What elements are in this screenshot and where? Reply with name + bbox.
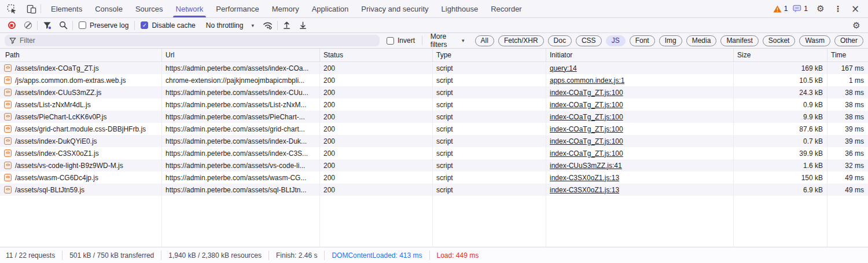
device-toolbar-icon[interactable] xyxy=(24,2,38,16)
chip-js[interactable]: JS xyxy=(606,35,626,46)
initiator-link[interactable]: index-COaTg_ZT.js:100 xyxy=(550,137,623,145)
cell-time: 167 ms xyxy=(827,62,868,74)
table-row[interactable]: /assets/vs-code-light-B9z9WD-M.js https:… xyxy=(0,159,868,171)
tab-elements[interactable]: Elements xyxy=(45,0,89,17)
clear-network-log-button[interactable] xyxy=(21,19,35,32)
table-row[interactable]: /assets/grid-chart.module.css-DBBjHFrb.j… xyxy=(0,123,868,135)
table-row[interactable]: /assets/index-CUuS3mZZ.js https://admin.… xyxy=(0,86,868,98)
inspect-element-icon[interactable] xyxy=(5,2,19,16)
column-header-url[interactable]: Url xyxy=(162,49,320,61)
filter-input[interactable] xyxy=(20,36,375,45)
cell-url: https://admin.peterbe.com/assets/PieChar… xyxy=(162,111,320,123)
chip-other[interactable]: Other xyxy=(834,35,863,46)
chip-media[interactable]: Media xyxy=(686,35,717,46)
network-settings-gear-icon[interactable]: ⚙ xyxy=(849,19,863,32)
export-har-icon[interactable] xyxy=(296,19,310,32)
table-row[interactable]: /assets/List-zNxMr4dL.js https://admin.p… xyxy=(0,98,868,111)
invert-checkbox[interactable]: Invert xyxy=(383,36,418,45)
chip-font[interactable]: Font xyxy=(630,35,655,46)
initiator-link[interactable]: index-COaTg_ZT.js:100 xyxy=(550,149,623,158)
filter-input-box[interactable] xyxy=(5,35,380,46)
initiator-link[interactable]: index-CUuS3mZZ.js:41 xyxy=(550,162,622,170)
initiator-link[interactable]: index-COaTg_ZT.js:100 xyxy=(550,125,623,133)
initiator-link[interactable]: apps.common.index.js:1 xyxy=(550,76,624,85)
table-row[interactable]: /assets/index-C3SX0oZ1.js https://admin.… xyxy=(0,147,868,159)
panel-tabs: ElementsConsoleSourcesNetworkPerformance… xyxy=(45,0,528,17)
chip-socket[interactable]: Socket xyxy=(763,35,796,46)
preserve-log-label: Preserve log xyxy=(90,21,128,30)
initiator-link[interactable]: index-C3SX0oZ1.js:13 xyxy=(550,174,619,182)
tab-recorder[interactable]: Recorder xyxy=(484,0,528,17)
initiator-link[interactable]: index-COaTg_ZT.js:100 xyxy=(550,89,623,97)
settings-gear-icon[interactable]: ⚙ xyxy=(814,2,827,16)
column-header-type[interactable]: Type xyxy=(433,49,546,61)
more-filters-dropdown[interactable]: More filters ▾ xyxy=(426,32,469,49)
column-header-status[interactable]: Status xyxy=(320,49,433,61)
chip-all[interactable]: All xyxy=(475,35,494,46)
column-header-path[interactable]: Path xyxy=(0,49,162,61)
throttling-select[interactable]: No throttling ▾ xyxy=(201,21,259,30)
initiator-link[interactable]: index-C3SX0oZ1.js:13 xyxy=(550,186,619,194)
cell-size: 0.9 kB xyxy=(734,98,827,111)
search-icon[interactable] xyxy=(56,19,70,32)
kebab-menu-icon[interactable]: ⋮ xyxy=(831,2,845,16)
tab-performance[interactable]: Performance xyxy=(209,0,265,17)
tab-network[interactable]: Network xyxy=(170,0,210,17)
initiator-link[interactable]: query:14 xyxy=(550,64,577,72)
table-row[interactable]: /assets/PieChart-LcKK6v0P.js https://adm… xyxy=(0,111,868,123)
chip-css[interactable]: CSS xyxy=(576,35,602,46)
chip-doc[interactable]: Doc xyxy=(548,35,572,46)
cell-type: script xyxy=(433,98,546,111)
cell-url: https://admin.peterbe.com/assets/vs-code… xyxy=(162,159,320,171)
disable-cache-checkbox[interactable]: Disable cache xyxy=(137,21,198,30)
tab-lighthouse[interactable]: Lighthouse xyxy=(435,0,485,17)
cell-path: /assets/List-zNxMr4dL.js xyxy=(0,98,162,111)
chip-manifest[interactable]: Manifest xyxy=(720,35,758,46)
column-header-size[interactable]: Size xyxy=(734,49,827,61)
cell-status: 200 xyxy=(320,62,433,74)
filter-toggle-icon[interactable] xyxy=(40,19,54,32)
tabbar-left-tools xyxy=(0,0,41,17)
cell-path: /assets/wasm-CG6Dc4jp.js xyxy=(0,171,162,184)
chip-img[interactable]: Img xyxy=(659,35,682,46)
table-row[interactable]: /assets/sql-BLtJtn59.js https://admin.pe… xyxy=(0,184,868,196)
chip-fetch-xhr[interactable]: Fetch/XHR xyxy=(498,35,544,46)
resource-type-chips: AllFetch/XHRDocCSSJSFontImgMediaManifest… xyxy=(475,35,863,46)
cell-size: 39.9 kB xyxy=(734,147,827,159)
chip-wasm[interactable]: Wasm xyxy=(799,35,830,46)
tab-privacy-and-security[interactable]: Privacy and security xyxy=(355,0,435,17)
tab-sources[interactable]: Sources xyxy=(129,0,170,17)
record-network-log-button[interactable] xyxy=(5,19,19,32)
tab-memory[interactable]: Memory xyxy=(266,0,306,17)
warnings-badge[interactable]: 1 1 xyxy=(771,5,810,13)
cell-time: 38 ms xyxy=(827,98,868,111)
preserve-log-checkbox[interactable]: Preserve log xyxy=(75,21,132,30)
initiator-link[interactable]: index-COaTg_ZT.js:100 xyxy=(550,113,623,121)
cell-status: 200 xyxy=(320,184,433,196)
table-row[interactable]: /js/apps.common.dom-extras.web.js chrome… xyxy=(0,74,868,86)
column-header-time[interactable]: Time xyxy=(827,49,868,61)
toolbar-divider xyxy=(277,21,278,30)
table-row[interactable]: /assets/wasm-CG6Dc4jp.js https://admin.p… xyxy=(0,171,868,184)
filterbar-divider xyxy=(422,36,422,45)
table-row[interactable]: /assets/index-COaTg_ZT.js https://admin.… xyxy=(0,62,868,74)
column-header-initiator[interactable]: Initiator xyxy=(546,49,734,61)
tab-application[interactable]: Application xyxy=(306,0,355,17)
script-file-icon xyxy=(4,76,12,84)
close-devtools-icon[interactable]: × xyxy=(848,2,862,16)
table-row[interactable]: /assets/index-DukQYiE0.js https://admin.… xyxy=(0,135,868,147)
issue-count: 1 xyxy=(804,5,808,13)
tab-console[interactable]: Console xyxy=(89,0,129,17)
network-conditions-icon[interactable] xyxy=(261,19,275,32)
initiator-link[interactable]: index-COaTg_ZT.js:100 xyxy=(550,101,623,109)
cell-type: script xyxy=(433,111,546,123)
load-time: Load: 449 ms xyxy=(430,251,486,260)
script-file-icon xyxy=(4,125,12,133)
cell-status: 200 xyxy=(320,123,433,135)
cell-url: https://admin.peterbe.com/assets/index-C… xyxy=(162,86,320,98)
import-har-icon[interactable] xyxy=(280,19,294,32)
filter-funnel-icon xyxy=(9,37,16,44)
domcontentloaded-time: DOMContentLoaded: 413 ms xyxy=(325,251,429,260)
script-file-icon xyxy=(4,162,12,169)
cell-type: script xyxy=(433,135,546,147)
